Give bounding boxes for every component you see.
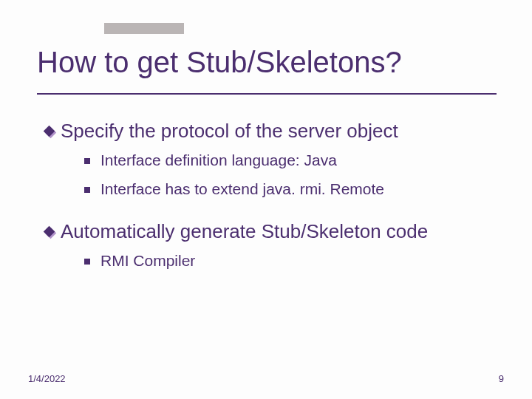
- decorative-shadow-bar: [104, 23, 184, 34]
- square-bullet-icon: [84, 187, 90, 193]
- bullet-level1: Specify the protocol of the server objec…: [46, 120, 502, 143]
- bullet-text: Specify the protocol of the server objec…: [61, 120, 398, 142]
- subbullet-text: RMI Compiler: [100, 252, 195, 269]
- footer-date: 1/4/2022: [28, 373, 66, 384]
- slide-title: How to get Stub/Skeletons?: [37, 46, 402, 79]
- footer-page-number: 9: [499, 373, 504, 384]
- bullet-level2: Interface has to extend java. rmi. Remot…: [84, 179, 502, 200]
- diamond-bullet-icon: [46, 228, 56, 239]
- bullet-text: Automatically generate Stub/Skeleton cod…: [61, 220, 428, 242]
- subbullet-text: Interface has to extend java. rmi. Remot…: [100, 180, 384, 197]
- square-bullet-icon: [84, 259, 90, 265]
- bullet-level1: Automatically generate Stub/Skeleton cod…: [46, 220, 502, 243]
- bullet-level2: RMI Compiler: [84, 250, 502, 271]
- square-bullet-icon: [84, 158, 90, 164]
- slide: How to get Stub/Skeletons? Specify the p…: [0, 0, 532, 399]
- diamond-bullet-icon: [46, 128, 56, 138]
- title-underline: [37, 93, 497, 95]
- subbullet-text: Interface definition language: Java: [100, 151, 337, 168]
- bullet-level2: Interface definition language: Java: [84, 150, 502, 171]
- slide-body: Specify the protocol of the server objec…: [46, 120, 502, 271]
